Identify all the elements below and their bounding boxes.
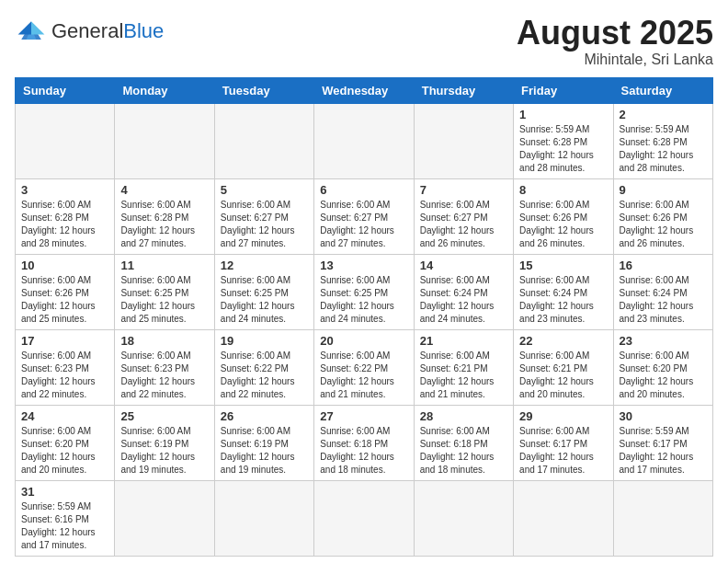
day-info: Sunrise: 6:00 AM Sunset: 6:19 PM Dayligh… bbox=[120, 425, 208, 477]
day-number: 19 bbox=[221, 334, 308, 348]
day-info: Sunrise: 6:00 AM Sunset: 6:27 PM Dayligh… bbox=[320, 199, 407, 250]
calendar-cell: 14Sunrise: 6:00 AM Sunset: 6:24 PM Dayli… bbox=[414, 254, 513, 329]
day-info: Sunrise: 6:00 AM Sunset: 6:26 PM Dayligh… bbox=[21, 274, 108, 326]
calendar-cell: 20Sunrise: 6:00 AM Sunset: 6:22 PM Dayli… bbox=[314, 329, 414, 405]
calendar-cell: 25Sunrise: 6:00 AM Sunset: 6:19 PM Dayli… bbox=[115, 405, 214, 480]
logo-text: GeneralBlue bbox=[51, 19, 164, 43]
day-info: Sunrise: 6:00 AM Sunset: 6:23 PM Dayligh… bbox=[21, 350, 108, 401]
logo-icon bbox=[15, 15, 48, 48]
day-info: Sunrise: 6:00 AM Sunset: 6:26 PM Dayligh… bbox=[519, 199, 607, 250]
day-info: Sunrise: 6:00 AM Sunset: 6:21 PM Dayligh… bbox=[420, 350, 507, 401]
day-info: Sunrise: 6:00 AM Sunset: 6:24 PM Dayligh… bbox=[620, 274, 707, 326]
calendar-cell: 1Sunrise: 5:59 AM Sunset: 6:28 PM Daylig… bbox=[514, 103, 613, 178]
calendar-cell: 23Sunrise: 6:00 AM Sunset: 6:20 PM Dayli… bbox=[613, 329, 712, 405]
calendar-cell: 24Sunrise: 6:00 AM Sunset: 6:20 PM Dayli… bbox=[16, 405, 115, 480]
day-number: 3 bbox=[21, 183, 108, 197]
day-info: Sunrise: 6:00 AM Sunset: 6:22 PM Dayligh… bbox=[221, 350, 308, 401]
day-info: Sunrise: 5:59 AM Sunset: 6:16 PM Dayligh… bbox=[21, 500, 108, 552]
day-number: 28 bbox=[420, 409, 507, 423]
day-number: 5 bbox=[221, 183, 308, 197]
day-number: 18 bbox=[120, 334, 208, 348]
calendar-cell: 29Sunrise: 6:00 AM Sunset: 6:17 PM Dayli… bbox=[514, 405, 613, 480]
page-header: GeneralBlue August 2025 Mihintale, Sri L… bbox=[15, 15, 713, 68]
calendar-cell bbox=[214, 480, 313, 556]
day-number: 23 bbox=[620, 334, 707, 348]
day-number: 27 bbox=[320, 409, 407, 423]
calendar-cell: 26Sunrise: 6:00 AM Sunset: 6:19 PM Dayli… bbox=[214, 405, 313, 480]
calendar-cell: 16Sunrise: 6:00 AM Sunset: 6:24 PM Dayli… bbox=[613, 254, 712, 329]
calendar-cell: 22Sunrise: 6:00 AM Sunset: 6:21 PM Dayli… bbox=[514, 329, 613, 405]
day-info: Sunrise: 6:00 AM Sunset: 6:28 PM Dayligh… bbox=[120, 199, 208, 250]
location: Mihintale, Sri Lanka bbox=[517, 52, 713, 68]
day-number: 7 bbox=[420, 183, 507, 197]
day-number: 31 bbox=[21, 485, 108, 499]
day-info: Sunrise: 5:59 AM Sunset: 6:28 PM Dayligh… bbox=[620, 123, 707, 175]
calendar-cell: 28Sunrise: 6:00 AM Sunset: 6:18 PM Dayli… bbox=[414, 405, 513, 480]
day-info: Sunrise: 6:00 AM Sunset: 6:20 PM Dayligh… bbox=[21, 425, 108, 477]
calendar-cell bbox=[314, 480, 414, 556]
calendar-week-row: 10Sunrise: 6:00 AM Sunset: 6:26 PM Dayli… bbox=[16, 254, 713, 329]
calendar-cell: 9Sunrise: 6:00 AM Sunset: 6:26 PM Daylig… bbox=[613, 178, 712, 254]
day-info: Sunrise: 6:00 AM Sunset: 6:19 PM Dayligh… bbox=[221, 425, 308, 477]
calendar-week-row: 3Sunrise: 6:00 AM Sunset: 6:28 PM Daylig… bbox=[16, 178, 713, 254]
calendar-cell: 17Sunrise: 6:00 AM Sunset: 6:23 PM Dayli… bbox=[16, 329, 115, 405]
day-info: Sunrise: 6:00 AM Sunset: 6:26 PM Dayligh… bbox=[620, 199, 707, 250]
day-number: 9 bbox=[620, 183, 707, 197]
calendar-cell bbox=[514, 480, 613, 556]
day-number: 20 bbox=[320, 334, 407, 348]
calendar-cell bbox=[613, 480, 712, 556]
day-number: 4 bbox=[120, 183, 208, 197]
day-info: Sunrise: 6:00 AM Sunset: 6:17 PM Dayligh… bbox=[519, 425, 607, 477]
calendar-cell bbox=[115, 480, 214, 556]
day-info: Sunrise: 6:00 AM Sunset: 6:18 PM Dayligh… bbox=[420, 425, 507, 477]
calendar-cell bbox=[16, 103, 115, 178]
calendar-table: SundayMondayTuesdayWednesdayThursdayFrid… bbox=[15, 77, 713, 557]
calendar-cell: 19Sunrise: 6:00 AM Sunset: 6:22 PM Dayli… bbox=[214, 329, 313, 405]
day-number: 10 bbox=[21, 259, 108, 272]
day-number: 12 bbox=[221, 259, 308, 272]
day-info: Sunrise: 6:00 AM Sunset: 6:18 PM Dayligh… bbox=[320, 425, 407, 477]
day-number: 8 bbox=[519, 183, 607, 197]
day-info: Sunrise: 6:00 AM Sunset: 6:22 PM Dayligh… bbox=[320, 350, 407, 401]
calendar-cell: 21Sunrise: 6:00 AM Sunset: 6:21 PM Dayli… bbox=[414, 329, 513, 405]
col-header-friday: Friday bbox=[514, 77, 613, 103]
day-number: 26 bbox=[221, 409, 308, 423]
day-info: Sunrise: 6:00 AM Sunset: 6:27 PM Dayligh… bbox=[420, 199, 507, 250]
day-info: Sunrise: 6:00 AM Sunset: 6:28 PM Dayligh… bbox=[21, 199, 108, 250]
col-header-sunday: Sunday bbox=[16, 77, 115, 103]
calendar-cell: 4Sunrise: 6:00 AM Sunset: 6:28 PM Daylig… bbox=[115, 178, 214, 254]
calendar-cell: 12Sunrise: 6:00 AM Sunset: 6:25 PM Dayli… bbox=[214, 254, 313, 329]
day-info: Sunrise: 5:59 AM Sunset: 6:28 PM Dayligh… bbox=[519, 123, 607, 175]
day-info: Sunrise: 6:00 AM Sunset: 6:24 PM Dayligh… bbox=[519, 274, 607, 326]
logo: GeneralBlue bbox=[15, 15, 164, 48]
calendar-cell bbox=[115, 103, 214, 178]
day-number: 24 bbox=[21, 409, 108, 423]
title-block: August 2025 Mihintale, Sri Lanka bbox=[517, 15, 713, 68]
day-number: 21 bbox=[420, 334, 507, 348]
calendar-cell: 13Sunrise: 6:00 AM Sunset: 6:25 PM Dayli… bbox=[314, 254, 414, 329]
calendar-week-row: 24Sunrise: 6:00 AM Sunset: 6:20 PM Dayli… bbox=[16, 405, 713, 480]
day-info: Sunrise: 6:00 AM Sunset: 6:20 PM Dayligh… bbox=[620, 350, 707, 401]
calendar-cell: 2Sunrise: 5:59 AM Sunset: 6:28 PM Daylig… bbox=[613, 103, 712, 178]
calendar-header-row: SundayMondayTuesdayWednesdayThursdayFrid… bbox=[16, 77, 713, 103]
day-info: Sunrise: 6:00 AM Sunset: 6:24 PM Dayligh… bbox=[420, 274, 507, 326]
calendar-cell: 3Sunrise: 6:00 AM Sunset: 6:28 PM Daylig… bbox=[16, 178, 115, 254]
day-number: 1 bbox=[519, 108, 607, 121]
calendar-cell: 10Sunrise: 6:00 AM Sunset: 6:26 PM Dayli… bbox=[16, 254, 115, 329]
col-header-thursday: Thursday bbox=[414, 77, 513, 103]
day-info: Sunrise: 6:00 AM Sunset: 6:25 PM Dayligh… bbox=[120, 274, 208, 326]
day-number: 16 bbox=[620, 259, 707, 272]
calendar-cell bbox=[414, 480, 513, 556]
day-number: 30 bbox=[620, 409, 707, 423]
calendar-cell: 11Sunrise: 6:00 AM Sunset: 6:25 PM Dayli… bbox=[115, 254, 214, 329]
calendar-cell: 8Sunrise: 6:00 AM Sunset: 6:26 PM Daylig… bbox=[514, 178, 613, 254]
day-number: 25 bbox=[120, 409, 208, 423]
calendar-cell: 6Sunrise: 6:00 AM Sunset: 6:27 PM Daylig… bbox=[314, 178, 414, 254]
calendar-cell bbox=[214, 103, 313, 178]
calendar-cell: 5Sunrise: 6:00 AM Sunset: 6:27 PM Daylig… bbox=[214, 178, 313, 254]
calendar-week-row: 1Sunrise: 5:59 AM Sunset: 6:28 PM Daylig… bbox=[16, 103, 713, 178]
col-header-monday: Monday bbox=[115, 77, 214, 103]
day-info: Sunrise: 6:00 AM Sunset: 6:25 PM Dayligh… bbox=[221, 274, 308, 326]
day-number: 17 bbox=[21, 334, 108, 348]
day-info: Sunrise: 6:00 AM Sunset: 6:21 PM Dayligh… bbox=[519, 350, 607, 401]
